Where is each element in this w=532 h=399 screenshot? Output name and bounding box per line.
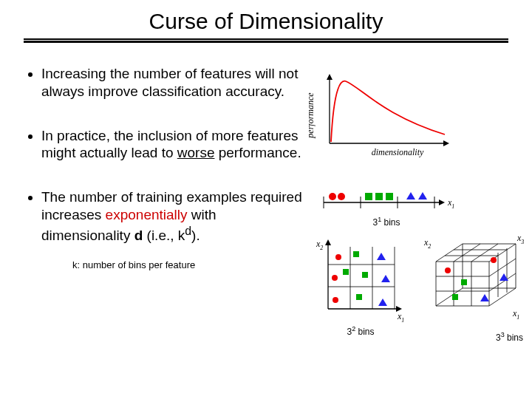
bullet-2-underline: worse [177,145,215,160]
svg-line-53 [454,244,480,262]
svg-point-28 [335,254,341,260]
svg-text:x2: x2 [423,237,431,250]
svg-rect-14 [386,193,393,200]
svg-marker-36 [377,253,386,260]
bullet-3-d: d [134,228,143,243]
bullet-1-text: Increasing the number of features will n… [41,66,298,99]
svg-marker-34 [378,299,387,306]
bullet-1: Increasing the number of features will n… [41,65,303,100]
bins-2d-caption: 32 bins [309,325,412,337]
svg-point-29 [332,297,338,303]
svg-rect-30 [353,251,359,257]
svg-marker-35 [381,275,390,282]
page-title: Curse of Dimensionality [0,0,532,34]
bins-1d-figure: x1 31 bins [316,188,457,228]
svg-marker-3 [443,140,449,146]
svg-rect-12 [365,193,372,200]
bullet-2: In practice, the inclusion of more featu… [41,127,303,163]
bins-3d-figure: x2 x3 x1 33 bins [418,235,529,343]
bullet-3: The number of training examples required… [41,188,303,245]
svg-rect-59 [461,279,467,285]
svg-marker-16 [418,192,427,200]
bullet-3-red: exponentially [106,207,188,222]
svg-rect-60 [452,294,458,300]
performance-curve-plot: performance dimensionality [309,71,457,160]
svg-text:x1: x1 [397,311,404,322]
plot-xlabel: dimensionality [372,147,424,157]
svg-text:x1: x1 [512,308,519,321]
bins-1d-caption: 31 bins [316,216,457,228]
svg-text:x2: x2 [316,239,323,251]
svg-point-10 [329,193,336,200]
svg-point-58 [491,257,497,263]
svg-text:x1: x1 [447,197,454,210]
bins-2d-figure: x2 x1 32 bins [309,235,412,337]
svg-marker-15 [406,192,415,200]
svg-marker-61 [480,294,489,301]
svg-rect-32 [356,294,362,300]
bullet-3-sup: d [185,225,191,237]
bins-3d-caption: 33 bins [418,331,529,343]
svg-point-57 [445,267,451,273]
bullet-list: Increasing the number of features will n… [0,65,303,245]
svg-marker-19 [325,239,331,245]
svg-text:x3: x3 [516,235,524,245]
svg-point-27 [332,275,338,281]
plot-ylabel: performance [309,92,316,139]
bullet-2-post: performance. [214,145,301,160]
bullet-3-end: ). [191,228,200,243]
figures-panel: performance dimensionality x1 31 bins [309,71,531,163]
svg-point-11 [338,193,345,200]
svg-rect-13 [375,193,383,200]
svg-rect-33 [343,269,349,275]
svg-marker-5 [439,200,445,205]
bullet-3-tail: (i.e., k [143,228,185,243]
svg-rect-31 [362,272,368,278]
svg-marker-1 [327,74,332,80]
